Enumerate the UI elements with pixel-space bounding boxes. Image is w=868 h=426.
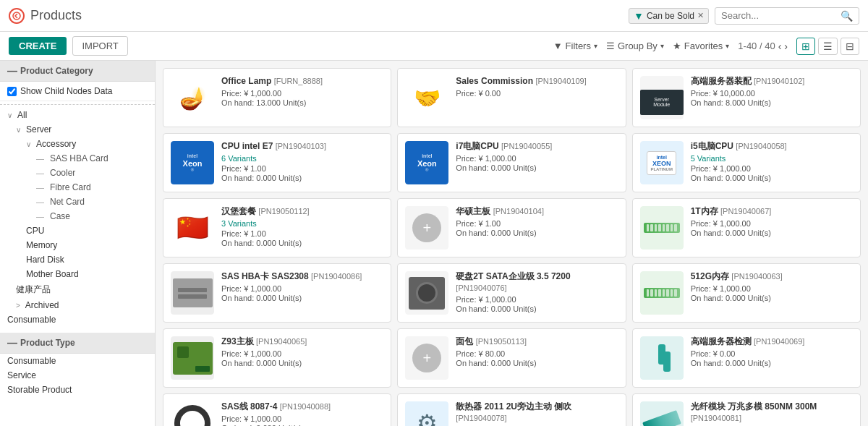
product-card[interactable]: 硬盘2T SATA企业级 3.5 7200 [PN19040076] Price…	[397, 263, 626, 323]
product-area: 🪔 Office Lamp [FURN_8888] Price: ¥ 1,000…	[156, 61, 868, 426]
product-name: 硬盘2T SATA企业级 3.5 7200 [PN19040076]	[456, 271, 618, 294]
group-by-button[interactable]: ☰ Group By ▾	[606, 41, 664, 51]
filters-arrow: ▾	[594, 42, 597, 50]
filter-tag-remove[interactable]: ✕	[697, 11, 704, 20]
product-info: 汉堡套餐 [PN19050112] 3 Variants Price: ¥ 1.…	[221, 206, 383, 247]
sidebar-tree-item[interactable]: ∨Accessory	[0, 137, 155, 151]
product-card[interactable]: intel Xeon ® i7电脑CPU [PN19040055] Price:…	[397, 133, 626, 192]
product-info: Sales Commission [PN19040109] Price: ¥ 0…	[456, 76, 618, 98]
prev-page-button[interactable]: ‹	[778, 41, 782, 52]
product-price: Price: ¥ 1,000.00	[691, 284, 853, 293]
product-price: Price: ¥ 1,000.00	[456, 154, 618, 163]
product-card[interactable]: ⚙ 散热器 2011 2U旁边主动 侧吹 [PN19040078] Price:…	[397, 393, 626, 426]
product-price: Price: ¥ 1,000.00	[691, 219, 853, 228]
sidebar-tree-item[interactable]: Consumable	[0, 312, 155, 327]
product-card[interactable]: 🪔 Office Lamp [FURN_8888] Price: ¥ 1,000…	[163, 68, 391, 127]
product-info: 1T内存 [PN19040067] Price: ¥ 1,000.00 On h…	[691, 206, 853, 237]
search-box[interactable]: 🔍	[715, 7, 859, 25]
favorites-icon: ★	[673, 41, 681, 51]
import-button[interactable]: IMPORT	[72, 36, 127, 56]
product-name: Z93主板 [PN19040065]	[221, 336, 383, 348]
sidebar-tree-item[interactable]: ∨Server	[0, 122, 155, 137]
product-name: SAS HBA卡 SAS2308 [PN19040086]	[221, 271, 383, 283]
active-filter-tag[interactable]: ▼ Can be Sold ✕	[629, 8, 709, 24]
product-name: 光纤模块 万兆多模 850NM 300M [PN19040081]	[691, 401, 853, 424]
product-name: i5电脑CPU [PN19040058]	[691, 141, 853, 153]
sidebar-tree-item[interactable]: Memory	[0, 238, 155, 252]
product-image: intel XEON PLATINUM	[640, 141, 684, 184]
sidebar-tree-item[interactable]: Fibre Card	[0, 180, 155, 195]
product-stock: On hand: 8.000 Unit(s)	[691, 98, 853, 107]
back-button[interactable]	[9, 8, 25, 24]
product-image	[640, 336, 684, 380]
show-child-checkbox-input[interactable]	[7, 87, 17, 96]
product-card[interactable]: intel Xeon ® CPU intel E7 [PN19040103] 6…	[163, 133, 391, 192]
product-info: 华硕主板 [PN19040104] Price: ¥ 1.00 On hand:…	[456, 206, 618, 237]
product-image	[405, 271, 448, 315]
product-card[interactable]: + 华硕主板 [PN19040104] Price: ¥ 1.00 On han…	[397, 198, 626, 257]
sidebar-tree-item[interactable]: Mother Board	[0, 267, 155, 281]
sidebar-tree-item[interactable]: Hard Disk	[0, 252, 155, 267]
product-card[interactable]: SAS线 8087-4 [PN19040088] Price: ¥ 1,000.…	[163, 393, 391, 426]
product-stock: On hand: 0.000 Unit(s)	[691, 229, 853, 237]
sidebar-type-item[interactable]: Service	[0, 368, 155, 383]
sidebar-type-item[interactable]: Storable Product	[0, 383, 155, 397]
sidebar-tree-item[interactable]: Case	[0, 209, 155, 223]
product-info: 高端服务器检测 [PN19040069] Price: ¥ 0.00 On ha…	[691, 336, 853, 367]
category-section-header: — Product Category	[0, 61, 155, 82]
sidebar-tree-item[interactable]: 健康产品	[0, 281, 155, 298]
sidebar-tree-item[interactable]: Net Card	[0, 195, 155, 209]
product-card[interactable]: 512G内存 [PN19040063] Price: ¥ 1,000.00 On…	[632, 263, 861, 323]
sidebar-type-item[interactable]: Consumable	[0, 354, 155, 368]
product-card[interactable]: + 面包 [PN19050113] Price: ¥ 80.00 On hand…	[397, 328, 626, 388]
pagination: 1-40 / 40 ‹ ›	[738, 41, 788, 52]
sidebar-tree-item[interactable]: CPU	[0, 223, 155, 238]
next-page-button[interactable]: ›	[784, 41, 788, 52]
product-name: Office Lamp [FURN_8888]	[221, 76, 383, 88]
product-card[interactable]: Z93主板 [PN19040065] Price: ¥ 1,000.00 On …	[163, 328, 391, 388]
sidebar-tree-item[interactable]: SAS HBA Card	[0, 151, 155, 166]
product-image: intel Xeon ®	[405, 141, 448, 184]
favorites-button[interactable]: ★ Favorites ▾	[673, 41, 729, 51]
sidebar-tree-item[interactable]: Cooler	[0, 166, 155, 180]
sidebar: — Product Category Show Child Nodes Data…	[0, 61, 156, 426]
product-card[interactable]: intel XEON PLATINUM i5电脑CPU [PN19040058]…	[632, 133, 861, 192]
product-card[interactable]: 🇨🇳 汉堡套餐 [PN19050112] 3 Variants Price: ¥…	[163, 198, 391, 257]
product-info: 散热器 2011 2U旁边主动 侧吹 [PN19040078] Price: ¥…	[456, 401, 618, 426]
product-price: Price: ¥ 1.00	[221, 164, 383, 173]
product-name: i7电脑CPU [PN19040055]	[456, 141, 618, 153]
product-card[interactable]: SAS HBA卡 SAS2308 [PN19040086] Price: ¥ 1…	[163, 263, 391, 323]
product-variants: 5 Variants	[691, 154, 853, 163]
product-card[interactable]: 光纤模块 万兆多模 850NM 300M [PN19040081] 2 Vari…	[632, 393, 861, 426]
search-icon: 🔍	[841, 10, 853, 22]
product-card[interactable]: 高端服务器检测 [PN19040069] Price: ¥ 0.00 On ha…	[632, 328, 861, 388]
product-image	[640, 206, 684, 250]
filter-tag-icon: ▼	[634, 10, 644, 22]
show-child-label: Show Child Nodes Data	[20, 86, 112, 96]
search-input[interactable]	[721, 10, 841, 21]
grid-view-button[interactable]: ⊞	[796, 38, 815, 55]
product-card[interactable]: 1T内存 [PN19040067] Price: ¥ 1,000.00 On h…	[632, 198, 861, 257]
product-stock: On hand: 0.000 Unit(s)	[221, 174, 383, 182]
filters-button[interactable]: ▼ Filters ▾	[553, 41, 597, 51]
list-view-button[interactable]: ☰	[818, 38, 838, 55]
product-stock: On hand: 0.000 Unit(s)	[221, 294, 383, 302]
show-child-nodes-checkbox[interactable]: Show Child Nodes Data	[0, 82, 155, 101]
product-stock: On hand: 0.000 Unit(s)	[691, 294, 853, 302]
product-price: Price: ¥ 1,000.00	[221, 89, 383, 98]
product-image: +	[405, 206, 448, 250]
product-image: 🪔	[171, 76, 214, 119]
table-view-button[interactable]: ⊟	[841, 38, 859, 55]
product-card[interactable]: 🤝 Sales Commission [PN19040109] Price: ¥…	[397, 68, 626, 127]
type-section-header: — Product Type	[0, 333, 155, 354]
product-card[interactable]: ServerModule 高端服务器装配 [PN19040102] Price:…	[632, 68, 861, 127]
product-grid: 🪔 Office Lamp [FURN_8888] Price: ¥ 1,000…	[163, 68, 861, 426]
product-image: ServerModule	[640, 76, 684, 119]
product-info: 512G内存 [PN19040063] Price: ¥ 1,000.00 On…	[691, 271, 853, 302]
sidebar-tree-item[interactable]: ∨All	[0, 108, 155, 122]
create-button[interactable]: CREATE	[9, 37, 67, 55]
sidebar-tree-item[interactable]: >Archived	[0, 298, 155, 312]
product-stock: On hand: 0.000 Unit(s)	[691, 174, 853, 182]
product-name: 华硕主板 [PN19040104]	[456, 206, 618, 218]
product-name: 高端服务器装配 [PN19040102]	[691, 76, 853, 88]
